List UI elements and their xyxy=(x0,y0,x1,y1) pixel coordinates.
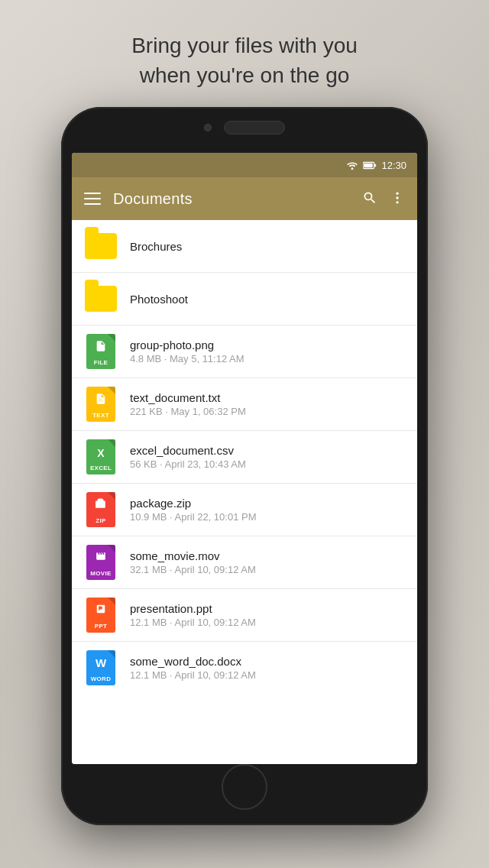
file-type-icon: Text xyxy=(84,387,118,421)
file-name: some_movie.mov xyxy=(130,549,405,562)
file-name: excel_document.csv xyxy=(130,444,405,457)
wifi-icon xyxy=(346,160,358,170)
headline-line2: when you're on the go xyxy=(140,63,350,87)
hamburger-line xyxy=(84,198,101,199)
file-icon-box: PPT xyxy=(86,598,115,633)
file-icon-box: X Excel xyxy=(86,439,115,474)
file-name: Photoshoot xyxy=(130,293,405,306)
file-icon-box: Movie xyxy=(86,545,115,580)
file-type-icon: X Excel xyxy=(84,440,118,474)
file-type-label: PPT xyxy=(95,623,107,630)
home-button[interactable] xyxy=(222,764,267,810)
list-item[interactable]: PPT presentation.ppt 12.1 MB · April 10,… xyxy=(72,589,417,642)
file-meta: 56 KB · April 23, 10:43 AM xyxy=(130,458,405,470)
app-bar: Documents xyxy=(72,177,417,220)
file-icon-box: ZIP xyxy=(86,492,115,527)
file-icon-box: Text xyxy=(86,387,115,422)
file-name: group-photo.png xyxy=(130,338,405,351)
file-type-label: Word xyxy=(91,675,112,682)
file-info: text_document.txt 221 KB · May 1, 06:32 … xyxy=(130,391,405,417)
file-meta: 32.1 MB · April 10, 09:12 AM xyxy=(130,564,405,575)
file-icon-symbol xyxy=(96,498,106,512)
file-icon-symbol xyxy=(96,604,106,617)
list-item[interactable]: Movie some_movie.mov 32.1 MB · April 10,… xyxy=(72,536,417,589)
file-icon-symbol: X xyxy=(97,447,104,459)
app-title: Documents xyxy=(113,190,350,208)
file-name: package.zip xyxy=(130,497,405,510)
file-meta: 12.1 MB · April 10, 09:12 AM xyxy=(130,669,405,681)
hamburger-line xyxy=(84,193,101,194)
folder-icon xyxy=(84,229,118,263)
file-icon-box: W Word xyxy=(86,650,115,685)
list-item[interactable]: Brochures xyxy=(72,220,417,273)
folder-icon xyxy=(84,282,118,316)
file-info: excel_document.csv 56 KB · April 23, 10:… xyxy=(130,444,405,470)
file-name: presentation.ppt xyxy=(130,602,405,615)
more-options-button[interactable] xyxy=(390,190,405,208)
svg-point-5 xyxy=(396,196,398,199)
file-info: some_word_doc.docx 12.1 MB · April 10, 0… xyxy=(130,655,405,681)
file-icon-symbol xyxy=(95,340,107,355)
file-info: group-photo.png 4.8 MB · May 5, 11:12 AM xyxy=(130,338,405,364)
svg-point-4 xyxy=(396,192,398,194)
file-meta: 12.1 MB · April 10, 09:12 AM xyxy=(130,617,405,628)
file-icon-box: File xyxy=(86,334,115,369)
svg-rect-2 xyxy=(364,163,373,167)
file-info: presentation.ppt 12.1 MB · April 10, 09:… xyxy=(130,602,405,628)
app-bar-actions xyxy=(362,190,405,208)
svg-point-0 xyxy=(351,167,353,169)
phone-shell: 12:30 Documents xyxy=(61,107,428,825)
hamburger-line xyxy=(84,203,101,205)
file-type-icon: ZIP xyxy=(84,493,118,526)
file-meta: 4.8 MB · May 5, 11:12 AM xyxy=(130,353,405,364)
status-bar: 12:30 xyxy=(72,153,417,177)
file-info: package.zip 10.9 MB · April 22, 10:01 PM xyxy=(130,497,405,523)
file-name: Brochures xyxy=(130,240,405,253)
camera-dot xyxy=(204,124,212,131)
list-item[interactable]: W Word some_word_doc.docx 12.1 MB · Apri… xyxy=(72,642,417,694)
phone-top-bar xyxy=(204,121,285,134)
list-item[interactable]: Text text_document.txt 221 KB · May 1, 0… xyxy=(72,378,417,431)
file-type-label: Excel xyxy=(90,465,112,471)
status-time: 12:30 xyxy=(381,160,406,171)
svg-point-6 xyxy=(396,201,398,203)
file-meta: 10.9 MB · April 22, 10:01 PM xyxy=(130,511,405,523)
file-type-icon: PPT xyxy=(84,598,118,632)
folder-shape xyxy=(85,233,117,259)
file-info: some_movie.mov 32.1 MB · April 10, 09:12… xyxy=(130,549,405,575)
svg-rect-3 xyxy=(375,164,377,166)
list-item[interactable]: ZIP package.zip 10.9 MB · April 22, 10:0… xyxy=(72,484,417,536)
status-icons: 12:30 xyxy=(346,160,406,171)
file-type-icon: W Word xyxy=(84,651,118,685)
list-item[interactable]: Photoshoot xyxy=(72,273,417,326)
file-type-label: Text xyxy=(92,412,109,419)
file-meta: 221 KB · May 1, 06:32 PM xyxy=(130,406,405,417)
file-type-icon: Movie xyxy=(84,546,118,579)
file-name: text_document.txt xyxy=(130,391,405,404)
file-icon-symbol: W xyxy=(96,656,106,669)
list-item[interactable]: X Excel excel_document.csv 56 KB · April… xyxy=(72,431,417,484)
hamburger-menu-button[interactable] xyxy=(84,193,101,205)
file-info: Photoshoot xyxy=(130,293,405,306)
phone-screen: 12:30 Documents xyxy=(72,153,417,764)
file-info: Brochures xyxy=(130,240,405,253)
file-icon-symbol xyxy=(96,551,106,565)
battery-icon xyxy=(363,161,377,170)
speaker-grille xyxy=(224,121,285,134)
list-item[interactable]: File group-photo.png 4.8 MB · May 5, 11:… xyxy=(72,326,417,378)
file-type-label: File xyxy=(94,359,108,366)
folder-shape xyxy=(85,286,117,312)
file-type-label: Movie xyxy=(90,570,111,577)
headline: Bring your files with you when you're on… xyxy=(0,31,489,90)
file-icon-symbol xyxy=(95,393,107,408)
file-list: Brochures Photoshoot xyxy=(72,220,417,764)
file-type-icon: File xyxy=(84,335,118,368)
headline-line1: Bring your files with you xyxy=(131,34,358,57)
file-type-label: ZIP xyxy=(96,517,105,524)
file-name: some_word_doc.docx xyxy=(130,655,405,668)
search-button[interactable] xyxy=(362,190,377,208)
